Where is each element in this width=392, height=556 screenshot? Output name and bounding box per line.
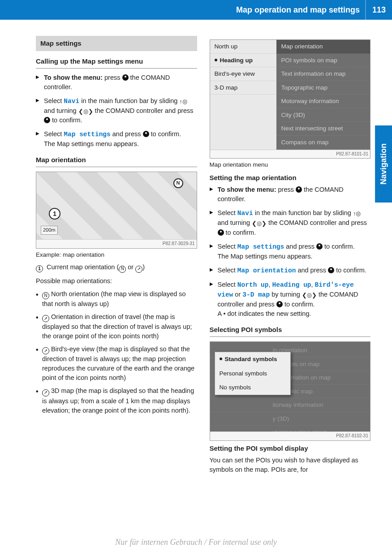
step: Select Map settings and press to confirm… [210,242,371,261]
list-item: ➚ 3D map (the map is displayed so that t… [36,386,197,415]
menu-right-pane: Map orientation POI symbols on map Text … [276,40,370,150]
menu-item: Compass on map [276,136,370,150]
figure-map-body: N 1 200m [36,172,197,239]
step: Select Navi in the main function bar by … [210,208,371,237]
turn-icon: ❮◎❯ [302,292,317,298]
right-column: North up Heading up Bird's-eye view 3-D … [210,36,371,525]
menu-option: 3-D map [210,81,277,95]
page-number: 113 [365,0,392,20]
header-bar: Map operation and map settings 113 [0,0,392,20]
menu-item: Topographic map [276,81,370,95]
north-up-icon: N [119,266,126,273]
menu-item: Text information on map [276,67,370,81]
heading-calling-up: Calling up the Map settings menu [36,56,197,69]
step: Select Map settings and press to confirm… [36,129,197,149]
watermark: Nur für internen Gebrauch / For internal… [0,536,392,548]
menu-item-map-settings: Map settings [64,131,110,138]
menu-option: Bird's-eye view [210,67,277,81]
press-icon [316,243,323,250]
menu-item-navi: Navi [64,98,79,105]
menu-option-selected: Heading up [210,54,277,68]
press-icon [44,117,50,123]
step-emphasis: To show the menu: [44,74,103,81]
steps-calling-up: To show the menu: press the COMAND contr… [36,73,197,149]
heading-arrow-icon: ➚ [42,389,49,397]
menu-item: Map orientation [276,40,370,54]
list-item: ➚ Bird's-eye view (the map is displayed … [36,345,197,383]
press-icon [218,229,224,236]
figure-credit: P82.87-3029-31 [36,239,197,248]
possible-orientations-label: Possible map orientations: [36,276,197,286]
poi-overlay-pane: Standard symbols Personal symbols No sym… [215,352,291,395]
figure-caption: Map orientation menu [210,160,371,169]
press-icon [276,301,283,307]
menu-option: North up [210,40,277,54]
menu-item-map-settings: Map settings [237,243,284,250]
section-tab-navigation: Navigation [375,125,392,203]
turn-icon: ❮◎❯ [78,108,93,115]
content: Map settings Calling up the Map settings… [36,36,370,525]
menu-item: Motorway information [276,95,370,108]
figure-credit: P82.87-8101-31 [210,150,370,159]
step-emphasis: To show the menu: [218,186,276,193]
press-icon [143,131,149,137]
step: Select North up, Heading up, Bird's-eye … [210,280,371,319]
legend-line: 1 Current map orientation (N or ➚) [36,263,197,272]
orientation-list: N North orientation (the map view is dis… [36,289,197,415]
menu-item: itorway information [210,398,370,412]
selection-dot-icon [220,358,222,360]
map-background [36,172,197,239]
menu-item-map-orientation: Map orientation [237,267,296,274]
heading-selecting-poi: Selecting POI symbols [210,325,371,337]
heading-map-orientation: Map orientation [36,155,197,167]
figure-poi-body: ip orientation l symbols on map xt infor… [210,342,370,431]
menu-left-pane: North up Heading up Bird's-eye view 3-D … [210,40,277,150]
press-icon [296,186,302,193]
press-icon [328,267,334,273]
menu-item: POI symbols on map [276,54,370,68]
north-indicator-icon: N [173,178,183,188]
callout-marker-1: 1 [49,208,60,220]
list-item: ➚ Orientation in direction of travel (th… [36,312,197,341]
figure-orientation-menu: North up Heading up Bird's-eye view 3-D … [210,39,371,159]
callout-number-1: 1 [36,265,43,272]
figure-credit: P82.87-8102-31 [210,431,370,440]
slide-icon: ↑◎ [179,98,187,105]
steps-setting-orientation: To show the menu: press the COMAND contr… [210,185,371,319]
heading-setting-orientation: Setting the map orientation [210,173,371,183]
list-item: N North orientation (the map view is dis… [36,289,197,309]
menu-item: xt intersecting street [210,426,370,431]
left-column: Map settings Calling up the Map settings… [36,36,197,525]
step: To show the menu: press the COMAND contr… [210,185,371,204]
menu-item-navi: Navi [237,210,253,217]
menu-item: City (3D) [276,108,370,122]
north-up-icon: N [42,292,49,299]
menu-option: Personal symbols [215,366,290,381]
menu-item: y (3D) [210,412,370,426]
figure-menu-body: North up Heading up Bird's-eye view 3-D … [210,40,370,150]
turn-icon: ❮◎❯ [252,220,267,227]
section-heading-map-settings: Map settings [36,36,197,51]
heading-arrow-icon: ➚ [135,266,142,273]
option-north-up: North up [237,281,269,289]
figure-poi-menu: ip orientation l symbols on map xt infor… [210,341,371,441]
slide-icon: ↑◎ [353,210,361,217]
menu-option: No symbols [215,380,290,395]
figure-caption: Example: map orientation [36,250,197,259]
heading-setting-poi-display: Setting the POI symbol display [210,444,371,453]
step: Select Map orientation and press to conf… [210,266,371,276]
heading-arrow-icon: ➚ [42,347,49,354]
press-icon [122,74,129,81]
heading-arrow-icon: ➚ [42,315,49,322]
map-scale: 200m [41,226,58,235]
option-3d-map: 3-D map [242,291,270,298]
poi-description: You can set the POIs you wish to have di… [210,456,371,474]
header-title: Map operation and map settings [236,4,365,16]
menu-item: Next intersecting street [276,122,370,136]
step: To show the menu: press the COMAND contr… [36,73,197,92]
menu-option-selected: Standard symbols [215,352,290,366]
selection-dot-icon [215,59,217,61]
option-heading-up: Heading up [272,281,311,289]
figure-map-example: N 1 200m P82.87-3029-31 [36,172,197,249]
step: Select Navi in the main function bar by … [36,96,197,125]
